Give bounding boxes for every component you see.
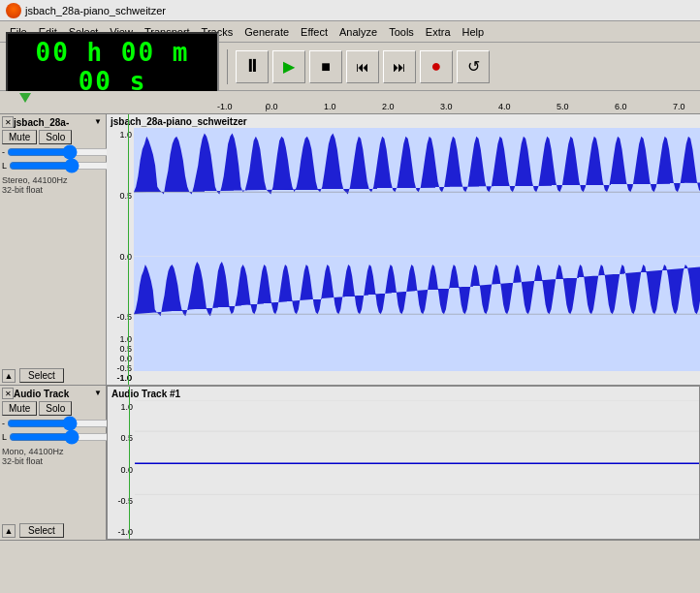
track-2-select-row: ▲ Select: [2, 519, 104, 538]
track-1-solo-button[interactable]: Solo: [39, 130, 72, 144]
track-2-mute-button[interactable]: Mute: [2, 401, 37, 416]
menu-analyze[interactable]: Analyze: [334, 24, 383, 40]
track-2-gain-row: - +: [2, 418, 104, 429]
track-1-select-button[interactable]: Select: [19, 368, 64, 383]
skip-start-button[interactable]: ⏮: [346, 50, 379, 83]
tracks-container: ✕ jsbach_28a- ▼ Mute Solo - + L R: [0, 114, 700, 593]
track-row: ✕ Audio Track ▼ Mute Solo - + L R: [0, 386, 700, 541]
ruler-mark-6: 6.0: [615, 102, 627, 111]
record-button[interactable]: ●: [420, 50, 453, 83]
gain2-minus-label: -: [2, 419, 5, 428]
y-label-2-top: 1.0: [108, 402, 135, 412]
track-1-controls: ✕ jsbach_28a- ▼ Mute Solo - + L R: [0, 114, 107, 385]
menu-extra[interactable]: Extra: [420, 24, 457, 40]
menu-effect[interactable]: Effect: [295, 24, 334, 40]
title-bar: jsbach_28a-piano_schweitzer: [0, 0, 700, 21]
y-label-2-neg-half: -0.5: [108, 496, 135, 506]
ruler-mark-5: 5.0: [557, 102, 569, 111]
toolbar: 00 h 00 m 00 s ⏸ ▶ ■ ⏮ ⏭ ● ↺: [0, 43, 700, 91]
skip-end-button[interactable]: ⏭: [383, 50, 416, 83]
track-1-select-row: ▲ Select: [2, 364, 104, 383]
track-1-header: ✕ jsbach_28a- ▼: [2, 116, 104, 128]
app-icon: [6, 3, 21, 18]
track-2-btn-row: Mute Solo: [2, 401, 104, 416]
ruler-mark-7: 7.0: [673, 102, 685, 111]
track-1-channel-top: [134, 128, 700, 257]
pause-button[interactable]: ⏸: [236, 50, 269, 83]
y-label-1-neg-half: -0.5: [107, 312, 134, 322]
track-1-info: Stereo, 44100Hz32-bit float: [2, 175, 104, 195]
pan-l-label: L: [2, 161, 7, 171]
track-1-name: jsbach_28a-: [14, 117, 94, 128]
track-2-expand-button[interactable]: ▲: [2, 524, 16, 538]
y-label-1-top: 1.0: [107, 130, 134, 140]
y-label-1-zero: 0.0: [107, 252, 134, 262]
track-1-expand-button[interactable]: ▲: [2, 369, 16, 383]
track-1-gain-row: - +: [2, 146, 104, 158]
track-2-playhead: [129, 387, 130, 539]
toolbar-separator: [227, 49, 228, 84]
pan2-l-label: L: [2, 432, 7, 442]
ruler-mark-2: 2.0: [382, 102, 395, 111]
y-label-2-bot: -1.0: [108, 527, 135, 537]
ruler-mark-0: 0.0: [266, 102, 278, 111]
track-2-dropdown-button[interactable]: ▼: [94, 389, 104, 398]
loop-button[interactable]: ↺: [457, 50, 490, 83]
track-2-controls: ✕ Audio Track ▼ Mute Solo - + L R: [0, 386, 107, 540]
y-label-2-half: 0.5: [108, 433, 135, 443]
track-1-dropdown-button[interactable]: ▼: [94, 117, 104, 127]
menu-tools[interactable]: Tools: [383, 24, 420, 40]
y-label-2-zero: 0.0: [108, 465, 135, 475]
ruler-mark-4: 4.0: [498, 102, 511, 111]
ruler-mark-1: 1.0: [324, 102, 336, 111]
track-1-title-label: jsbach_28a-piano_schweitzer: [111, 116, 247, 127]
y-label-1b-half: 0.5: [107, 344, 134, 354]
stop-button[interactable]: ■: [309, 50, 342, 83]
ruler-mark-neg1: -1.0: [217, 102, 233, 111]
track-1-playhead: [128, 114, 129, 385]
y-label-1-half: 0.5: [107, 191, 134, 201]
track-2-header: ✕ Audio Track ▼: [2, 388, 104, 399]
track-2-waveform-svg: [135, 400, 699, 526]
track-2-select-button[interactable]: Select: [19, 523, 64, 538]
y-label-1b-top: 1.0: [107, 334, 134, 344]
track-2-close-button[interactable]: ✕: [2, 388, 14, 399]
track-1-channel-bottom: [134, 257, 700, 372]
track-2-info: Mono, 44100Hz32-bit float: [2, 447, 104, 466]
track-2-waveform[interactable]: Audio Track #1 1.0 0.5 0.0 -0.5 -1.0: [107, 386, 700, 540]
track-1-close-button[interactable]: ✕: [2, 116, 14, 128]
y-label-1b-neg-half: -0.5: [107, 363, 134, 373]
track-1-btn-row: Mute Solo: [2, 130, 104, 144]
ruler-mark-3: 3.0: [440, 102, 453, 111]
menu-generate[interactable]: Generate: [239, 24, 295, 40]
track-1-waveform[interactable]: jsbach_28a-piano_schweitzer 1.0 0.5 0.0 …: [107, 114, 700, 385]
gain-minus-label: -: [2, 147, 5, 157]
track-2-pan-row: L R: [2, 431, 104, 443]
track-1-pan-row: L R: [2, 160, 104, 172]
ruler: -1.0 0.0 1.0 2.0 3.0 4.0 5.0 6.0 7.0 8.0…: [0, 91, 700, 114]
ruler-inner: -1.0 0.0 1.0 2.0 3.0 4.0 5.0 6.0 7.0 8.0…: [213, 91, 700, 111]
play-button[interactable]: ▶: [272, 50, 305, 83]
track-1-mute-button[interactable]: Mute: [2, 130, 37, 144]
playhead-cursor: [19, 93, 31, 103]
track-2-solo-button[interactable]: Solo: [39, 401, 72, 416]
track-2-name: Audio Track: [14, 389, 94, 399]
y-label-1b-zero: 0.0: [107, 354, 134, 363]
main-area: -1.0 0.0 1.0 2.0 3.0 4.0 5.0 6.0 7.0 8.0…: [0, 91, 700, 593]
menu-help[interactable]: Help: [457, 24, 491, 40]
y-label-1b-bot: -1.0: [107, 373, 134, 383]
track-row: ✕ jsbach_28a- ▼ Mute Solo - + L R: [0, 114, 700, 386]
window-title: jsbach_28a-piano_schweitzer: [25, 5, 166, 16]
track-2-title-label: Audio Track #1: [111, 389, 180, 399]
